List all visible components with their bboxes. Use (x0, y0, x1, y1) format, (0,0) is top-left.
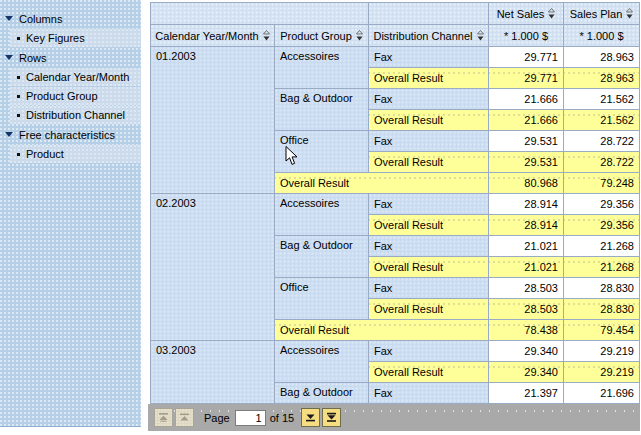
cell-net-sales-value: 28.503 (489, 278, 564, 299)
cell-month-overall-result-label[interactable]: Overall Result (275, 320, 489, 341)
sort-both-icon[interactable] (626, 8, 633, 19)
triangle-down-icon[interactable] (5, 132, 13, 137)
cell-sales-plan-result: 21.268 (564, 257, 640, 278)
cell-month[interactable]: 02.2003 (151, 194, 275, 341)
cell-net-sales-value: 29.771 (489, 47, 564, 68)
cell-channel[interactable]: Fax (369, 194, 489, 215)
next-page-button[interactable] (301, 408, 320, 427)
paging-toolbar: Page of 15 (148, 404, 640, 431)
cell-sales-plan-value: 21.696 (564, 383, 640, 404)
cell-net-sales-result: 29.340 (489, 362, 564, 383)
cell-channel[interactable]: Fax (369, 89, 489, 110)
cell-net-sales-result: 80.968 (489, 173, 564, 194)
section-rows[interactable]: Rows (0, 48, 141, 67)
blank-header-cell (151, 3, 369, 25)
cell-overall-result-label[interactable]: Overall Result (369, 68, 489, 89)
column-header-label: Sales Plan (570, 8, 623, 20)
cell-channel[interactable]: Fax (369, 341, 489, 362)
square-bullet-icon (17, 114, 20, 117)
cell-month[interactable]: 03.2003 (151, 341, 275, 404)
cell-sales-plan-value: 29.219 (564, 341, 640, 362)
cell-sales-plan-value: 21.268 (564, 236, 640, 257)
page-last-icon (326, 412, 337, 423)
pivot-table: Net Sales Sales Plan Calendar Year/Month… (150, 2, 640, 404)
page-down-icon (305, 412, 316, 423)
triangle-down-icon[interactable] (5, 55, 13, 60)
cell-product-group[interactable]: Bag & Outdoor (275, 89, 369, 131)
cell-net-sales-result: 78.438 (489, 320, 564, 341)
cell-sales-plan-result: 28.830 (564, 299, 640, 320)
cell-net-sales-result: 29.531 (489, 152, 564, 173)
column-header-net-sales[interactable]: Net Sales (489, 3, 564, 25)
page-up-icon (179, 412, 190, 423)
sidebar-item-key-figures[interactable]: Key Figures (10, 29, 141, 47)
blank-header-cell (369, 3, 489, 25)
cell-channel[interactable]: Fax (369, 236, 489, 257)
cell-net-sales-result: 21.021 (489, 257, 564, 278)
square-bullet-icon (17, 37, 20, 40)
sidebar-item-label: Key Figures (26, 32, 85, 44)
column-header-label: Net Sales (497, 8, 545, 20)
unit-header: * 1.000 $ (489, 25, 564, 47)
cell-product-group[interactable]: Bag & Outdoor (275, 383, 369, 404)
sidebar-item-calendar-year-month[interactable]: Calendar Year/Month (10, 68, 141, 86)
cell-overall-result-label[interactable]: Overall Result (369, 257, 489, 278)
cell-sales-plan-value: 29.356 (564, 194, 640, 215)
sidebar-item-distribution-channel[interactable]: Distribution Channel (10, 106, 141, 124)
cell-sales-plan-result: 21.562 (564, 110, 640, 131)
cell-month-overall-result-label[interactable]: Overall Result (275, 173, 489, 194)
page-number-input[interactable] (235, 410, 266, 426)
sidebar-item-product-group[interactable]: Product Group (10, 87, 141, 105)
section-columns[interactable]: Columns (0, 9, 141, 28)
cell-net-sales-value: 21.021 (489, 236, 564, 257)
page-first-icon (158, 412, 169, 423)
cell-channel[interactable]: Fax (369, 383, 489, 404)
cell-product-group[interactable]: Accessoires (275, 47, 369, 89)
square-bullet-icon (17, 76, 20, 79)
cell-net-sales-value: 29.531 (489, 131, 564, 152)
column-header-distribution-channel[interactable]: Distribution Channel (369, 25, 489, 47)
sort-both-icon[interactable] (263, 30, 270, 41)
cell-overall-result-label[interactable]: Overall Result (369, 215, 489, 236)
cell-overall-result-label[interactable]: Overall Result (369, 299, 489, 320)
page-of-label: of 15 (270, 412, 294, 424)
column-header-sales-plan[interactable]: Sales Plan (564, 3, 640, 25)
sort-both-icon[interactable] (356, 30, 363, 41)
section-label: Columns (19, 13, 62, 25)
cell-overall-result-label[interactable]: Overall Result (369, 152, 489, 173)
cell-channel[interactable]: Fax (369, 47, 489, 68)
cell-overall-result-label[interactable]: Overall Result (369, 110, 489, 131)
cell-product-group[interactable]: Accessoires (275, 194, 369, 236)
sort-both-icon[interactable] (548, 8, 555, 19)
first-page-button[interactable] (154, 408, 173, 427)
cell-month[interactable]: 01.2003 (151, 47, 275, 194)
sidebar-item-product[interactable]: Product (10, 145, 141, 163)
last-page-button[interactable] (322, 408, 341, 427)
column-header-product-group[interactable]: Product Group (275, 25, 369, 47)
section-free-characteristics[interactable]: Free characteristics (0, 125, 141, 144)
column-header-calendar[interactable]: Calendar Year/Month (151, 25, 275, 47)
cell-product-group[interactable]: Office (275, 131, 369, 173)
cell-sales-plan-result: 28.963 (564, 68, 640, 89)
sidebar-item-label: Calendar Year/Month (26, 71, 129, 83)
sidebar-item-label: Product (26, 148, 64, 160)
cell-product-group[interactable]: Accessoires (275, 341, 369, 383)
cell-net-sales-result: 28.914 (489, 215, 564, 236)
cell-product-group[interactable]: Office (275, 278, 369, 320)
cell-net-sales-value: 21.397 (489, 383, 564, 404)
cell-product-group[interactable]: Bag & Outdoor (275, 236, 369, 278)
cell-channel[interactable]: Fax (369, 278, 489, 299)
navigation-pane: Columns Key Figures Rows Calendar Year/M… (0, 0, 141, 427)
cell-sales-plan-result: 79.454 (564, 320, 640, 341)
cell-sales-plan-result: 79.248 (564, 173, 640, 194)
square-bullet-icon (17, 153, 20, 156)
column-header-label: Distribution Channel (373, 30, 472, 42)
cell-sales-plan-value: 21.562 (564, 89, 640, 110)
cell-channel[interactable]: Fax (369, 131, 489, 152)
triangle-down-icon[interactable] (5, 16, 13, 21)
sidebar-item-label: Distribution Channel (26, 109, 125, 121)
sort-both-icon[interactable] (477, 30, 484, 41)
cell-overall-result-label[interactable]: Overall Result (369, 362, 489, 383)
cell-net-sales-result: 29.771 (489, 68, 564, 89)
previous-page-button[interactable] (175, 408, 194, 427)
